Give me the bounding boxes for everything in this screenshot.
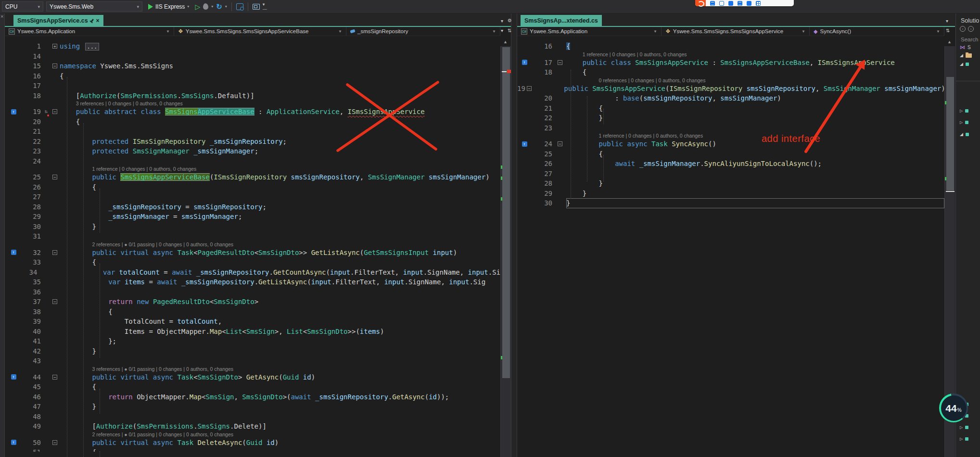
- line-number[interactable]: 25: [532, 149, 554, 159]
- line-number[interactable]: 1: [22, 41, 42, 51]
- collapsed-arrow-icon[interactable]: ▷: [960, 437, 963, 441]
- gutter-margin[interactable]: [517, 113, 532, 123]
- line-number[interactable]: 24: [22, 156, 42, 166]
- code-text[interactable]: return ObjectMapper.Map<SmsSign, SmsSign…: [60, 392, 500, 402]
- gutter-margin[interactable]: [5, 51, 22, 62]
- find-in-files-icon[interactable]: [236, 3, 243, 10]
- line-number[interactable]: 21: [22, 127, 42, 137]
- codelens-indicator[interactable]: 1 reference | 0 changes | 0 authors, 0 c…: [5, 166, 500, 172]
- gear-icon[interactable]: ⚙: [508, 18, 512, 23]
- code-text[interactable]: public virtual async Task DeleteAsync(Gu…: [60, 438, 500, 448]
- breadcrumb-type-dropdown[interactable]: ❖ Yswee.Sms.SmsSigns.SmsSignsAppService …: [662, 27, 810, 36]
- line-number[interactable]: 16: [22, 71, 42, 81]
- code-text[interactable]: protected ISmsSignRepository _smsSignRep…: [60, 137, 500, 147]
- code-text[interactable]: {: [60, 117, 500, 127]
- member-marker-icon[interactable]: ↑: [522, 141, 527, 147]
- line-number[interactable]: 20: [532, 93, 554, 103]
- collapsed-arrow-icon[interactable]: ▷: [960, 109, 963, 113]
- line-number[interactable]: 17: [532, 58, 554, 68]
- code-text[interactable]: [60, 127, 500, 137]
- gutter-margin[interactable]: [5, 41, 22, 51]
- code-text[interactable]: }: [566, 178, 944, 189]
- scrollbar-left-pane[interactable]: ▲: [500, 46, 511, 457]
- line-number[interactable]: 26: [532, 159, 554, 169]
- editor-right[interactable]: 16{1 reference | 0 changes | 0 authors, …: [517, 36, 944, 452]
- gutter-margin[interactable]: [517, 198, 532, 208]
- gutter-margin[interactable]: [5, 392, 22, 402]
- gutter-margin[interactable]: [5, 231, 22, 241]
- line-number[interactable]: 32: [22, 248, 42, 258]
- fold-toggle-icon[interactable]: −: [52, 440, 57, 445]
- gutter-margin[interactable]: [5, 192, 22, 202]
- split-view-icon[interactable]: ⇅: [508, 28, 511, 33]
- expanded-arrow-icon[interactable]: ◢: [960, 62, 963, 66]
- gutter-margin[interactable]: [5, 327, 22, 337]
- line-number[interactable]: 21: [532, 103, 554, 114]
- gutter-margin[interactable]: [5, 117, 22, 127]
- gutter-margin[interactable]: [5, 71, 22, 81]
- fold-toggle-icon[interactable]: +: [52, 44, 57, 49]
- tab-smssignsappservice-extended[interactable]: SmsSignsAp...xtended.cs: [521, 15, 602, 26]
- tree-item-folder[interactable]: ◢: [960, 53, 972, 58]
- nav-back-icon[interactable]: ‹: [960, 26, 966, 32]
- line-number[interactable]: 47: [22, 402, 42, 412]
- fold-toggle-icon[interactable]: −: [558, 60, 562, 65]
- code-text[interactable]: {: [566, 103, 944, 114]
- gutter-margin[interactable]: [5, 356, 22, 366]
- code-text[interactable]: [60, 287, 500, 297]
- gutter-margin[interactable]: ↑: [5, 107, 22, 117]
- gutter-margin[interactable]: [5, 287, 22, 297]
- code-text[interactable]: public SmsSignsAppServiceBase(ISmsSignRe…: [60, 172, 500, 182]
- code-text[interactable]: using ...: [60, 41, 500, 51]
- fold-toggle-icon[interactable]: −: [52, 299, 57, 304]
- line-number[interactable]: 41: [22, 336, 42, 346]
- gutter-margin[interactable]: [5, 212, 22, 222]
- code-text[interactable]: }: [566, 198, 944, 208]
- split-view-icon[interactable]: ⇅: [946, 28, 950, 33]
- line-number[interactable]: 35: [22, 277, 42, 287]
- code-text[interactable]: [60, 192, 500, 202]
- gutter-margin[interactable]: [5, 146, 22, 156]
- line-number[interactable]: 18: [532, 67, 554, 77]
- code-text[interactable]: [Authorize(SmsPermissions.SmsSigns.Defau…: [60, 91, 500, 101]
- code-text[interactable]: [60, 356, 500, 366]
- line-number[interactable]: 28: [532, 178, 554, 189]
- codelens-indicator[interactable]: 0 references | 0 changes | 0 authors, 0 …: [517, 77, 944, 84]
- code-text[interactable]: Items = ObjectMapper.Map<List<SmsSign>, …: [60, 327, 500, 337]
- line-number[interactable]: 34: [20, 267, 38, 278]
- code-text[interactable]: [Authorize(SmsPermissions.SmsSigns.Delet…: [60, 421, 500, 432]
- line-number[interactable]: 45: [22, 382, 42, 392]
- gutter-margin[interactable]: [5, 257, 22, 267]
- member-marker-icon[interactable]: ↑: [11, 440, 16, 445]
- gutter-margin[interactable]: [5, 346, 22, 356]
- code-text[interactable]: }: [566, 113, 944, 123]
- line-number[interactable]: 26: [22, 182, 42, 192]
- member-marker-icon[interactable]: ↑: [11, 109, 16, 114]
- code-text[interactable]: namespace Yswee.Sms.SmsSigns: [60, 61, 500, 71]
- code-text[interactable]: {: [566, 67, 944, 77]
- fold-toggle-icon[interactable]: −: [558, 141, 562, 146]
- gutter-margin[interactable]: [5, 382, 22, 392]
- tree-item[interactable]: ◢: [960, 132, 969, 137]
- gutter-margin[interactable]: [517, 169, 532, 179]
- code-text[interactable]: public abstract class SmsSignsAppService…: [60, 107, 500, 117]
- pane-splitter[interactable]: [511, 13, 517, 457]
- gutter-margin[interactable]: [517, 149, 532, 159]
- gutter-margin[interactable]: [5, 137, 22, 147]
- gutter-margin[interactable]: [5, 202, 22, 212]
- keyboard-icon[interactable]: [738, 1, 742, 6]
- scroll-up-icon[interactable]: ▲: [503, 39, 508, 44]
- code-text[interactable]: public virtual async Task<PagedResultDto…: [60, 248, 500, 258]
- member-marker-icon[interactable]: ↑: [522, 60, 527, 65]
- code-text[interactable]: _smsSignManager = smsSignManager;: [60, 212, 500, 222]
- breadcrumb-project-dropdown[interactable]: C# Yswee.Sms.Application ▼: [5, 27, 174, 36]
- codelens-indicator[interactable]: 2 references | ● 0/1 passing | 0 changes…: [5, 432, 500, 438]
- gutter-margin[interactable]: [5, 297, 22, 307]
- line-number[interactable]: 51: [22, 447, 42, 452]
- code-text[interactable]: await _smsSignManager.SyncAliyunSignToLo…: [566, 159, 944, 169]
- code-text[interactable]: [60, 412, 500, 422]
- code-text[interactable]: public async Task SyncAsync(): [566, 139, 944, 149]
- line-number[interactable]: 49: [22, 421, 42, 432]
- start-without-debugging-icon[interactable]: ▷: [195, 3, 200, 10]
- code-text[interactable]: var items = await _smsSignRepository.Get…: [60, 277, 500, 287]
